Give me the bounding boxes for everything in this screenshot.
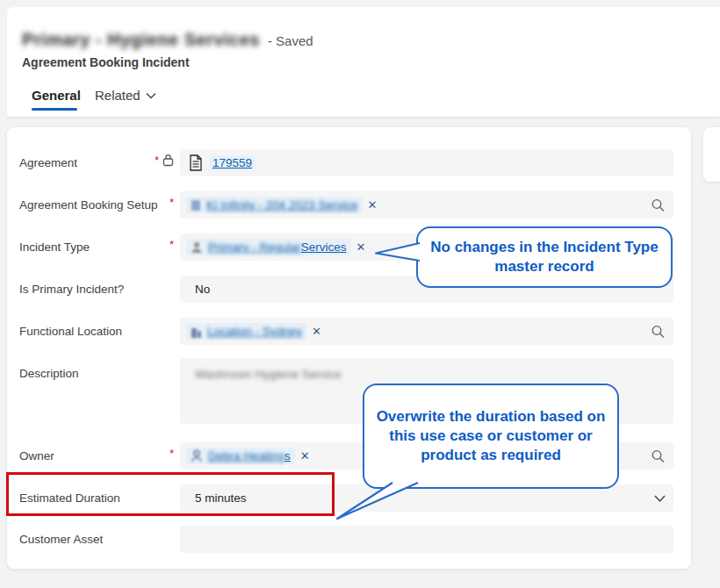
highlight-rectangle <box>6 472 335 516</box>
option-value: No <box>195 283 210 296</box>
callout-duration: Overwrite the duration based on this use… <box>363 384 619 489</box>
lookup-value-visible: Services <box>301 240 347 254</box>
field-markers-incident-type: * <box>148 238 174 251</box>
search-icon[interactable] <box>651 448 666 463</box>
lookup-value-redacted: Location - Sydney <box>207 325 302 338</box>
field-label-customer-asset: Customer Asset <box>19 532 160 547</box>
agreement-record-link[interactable]: 179559 <box>210 155 255 170</box>
field-label-agreement: Agreement <box>19 155 160 170</box>
entity-name: Agreement Booking Incident <box>22 55 190 69</box>
remove-icon[interactable]: ✕ <box>300 450 310 462</box>
lookup-value-redacted: KI Infinity - 204 2023 Service <box>206 198 358 212</box>
remove-icon[interactable]: ✕ <box>356 241 366 253</box>
lock-icon <box>162 154 174 167</box>
lookup-value-redacted: Debra Heating <box>208 449 284 463</box>
required-icon: * <box>169 447 174 460</box>
field-label-agreement-booking-setup: Agreement Booking Setup <box>19 197 169 212</box>
lookup-chip[interactable]: KI Infinity - 204 2023 Service <box>186 197 363 213</box>
field-label-functional-location: Functional Location <box>19 324 160 339</box>
lookup-value-visible: s <box>284 449 291 463</box>
description-value-redacted: Washroom Hygiene Service <box>195 368 342 381</box>
required-icon: * <box>155 154 159 167</box>
chevron-down-icon[interactable] <box>654 494 666 502</box>
customer-asset-field[interactable] <box>180 526 673 553</box>
field-label-is-primary-incident: Is Primary Incident? <box>19 282 160 297</box>
callout-text: No changes in the Incident Type master r… <box>430 238 659 276</box>
app-window: Primary - Hygiene Services - Saved Agree… <box>0 0 720 588</box>
required-icon: * <box>169 196 174 209</box>
field-markers-agreement: * <box>148 154 174 167</box>
title-row: Primary - Hygiene Services - Saved <box>22 30 313 50</box>
callout-incident-type: No changes in the Incident Type master r… <box>416 226 673 288</box>
lookup-chip[interactable]: Debra Heatings <box>186 448 295 464</box>
lookup-chip[interactable]: Primary - Regular Services <box>186 239 351 255</box>
search-icon[interactable] <box>651 197 666 212</box>
field-label-description: Description <box>19 366 160 381</box>
required-icon: * <box>169 238 174 251</box>
tab-general-label: General <box>32 88 81 103</box>
remove-icon[interactable]: ✕ <box>368 199 378 211</box>
lookup-value-redacted: Primary - Regular <box>208 240 301 254</box>
person-icon <box>191 241 203 254</box>
remove-icon[interactable]: ✕ <box>312 326 321 337</box>
record-type-icon <box>191 199 201 212</box>
field-label-owner: Owner <box>19 448 160 463</box>
field-markers-abs: * <box>148 196 174 209</box>
field-label-incident-type: Incident Type <box>19 240 160 255</box>
agreement-booking-setup-field[interactable]: KI Infinity - 204 2023 Service ✕ <box>180 191 673 219</box>
record-title-redacted: Primary - Hygiene Services <box>22 30 260 50</box>
functional-location-field[interactable]: Location - Sydney ✕ <box>180 318 673 345</box>
person-lookup-icon <box>191 449 203 463</box>
save-status: - Saved <box>268 33 313 48</box>
tab-related-label: Related <box>95 88 140 103</box>
tab-related[interactable]: Related <box>95 88 156 103</box>
building-icon <box>191 326 202 338</box>
form-header: Primary - Hygiene Services - Saved Agree… <box>7 7 720 118</box>
field-markers-owner: * <box>148 447 174 460</box>
tab-general[interactable]: General <box>32 88 81 103</box>
lookup-chip[interactable]: Location - Sydney <box>186 323 306 340</box>
agreement-field[interactable]: 179559 <box>180 149 673 176</box>
callout-text: Overwrite the duration based on this use… <box>371 407 610 465</box>
active-tab-indicator <box>32 108 77 111</box>
side-panel-card <box>703 127 720 182</box>
chevron-down-icon <box>146 92 156 99</box>
search-icon[interactable] <box>651 324 666 339</box>
document-icon <box>189 154 203 171</box>
